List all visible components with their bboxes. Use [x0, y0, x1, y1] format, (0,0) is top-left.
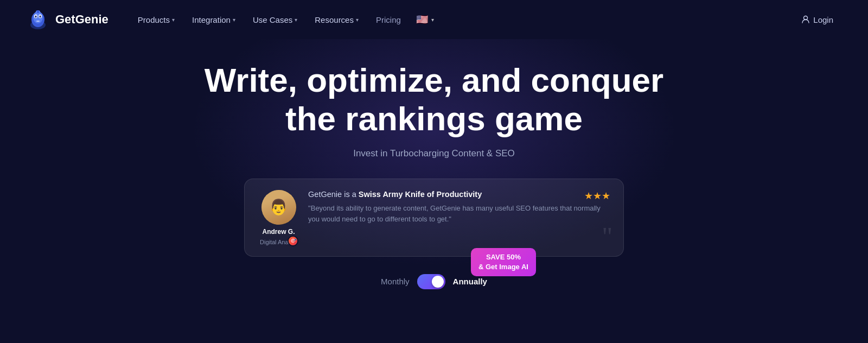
avatar: 👨	[261, 190, 296, 225]
language-chevron-icon: ▾	[431, 17, 434, 23]
usecases-chevron-icon: ▾	[295, 17, 297, 23]
nav-item-resources[interactable]: Resources ▾	[307, 11, 366, 29]
testimonial-card: 👨 🎯 Andrew G. Digital Analyst GetGenie i…	[244, 179, 624, 257]
svg-rect-9	[37, 10, 39, 13]
save-badge: SAVE 50% & Get Image AI	[471, 248, 536, 276]
logo-text: GetGenie	[55, 12, 108, 27]
nav-item-pricing[interactable]: Pricing	[368, 11, 409, 29]
save-badge-line1: SAVE 50%	[478, 252, 528, 262]
testimonial-body: GetGenie is a Swiss Army Knife of Produc…	[308, 190, 608, 225]
integration-chevron-icon: ▾	[233, 17, 235, 23]
testimonial-text: "Beyond its ability to generate content,…	[308, 203, 608, 225]
svg-point-5	[35, 16, 37, 18]
nav-item-products[interactable]: Products ▾	[130, 11, 182, 29]
nav-links: Products ▾ Integration ▾ Use Cases ▾ Res…	[130, 10, 793, 29]
toggle-row: Monthly Annually	[381, 274, 487, 289]
avatar-face: 👨	[261, 190, 296, 225]
billing-toggle[interactable]	[417, 274, 445, 289]
verified-badge: 🎯	[288, 236, 298, 246]
svg-rect-7	[36, 21, 40, 22]
nav-language-selector[interactable]: 🇺🇸 ▾	[411, 10, 439, 29]
nav-item-integration[interactable]: Integration ▾	[184, 11, 243, 29]
author-name: Andrew G.	[263, 228, 295, 236]
nav-resources-label: Resources	[315, 15, 354, 24]
hero-title-line2: the rankings game	[285, 100, 583, 137]
hero-title-line1: Write, optimize, and conquer	[205, 61, 663, 99]
nav-products-label: Products	[138, 15, 170, 24]
testimonial-headline: GetGenie is a Swiss Army Knife of Produc…	[308, 190, 608, 199]
flag-icon: 🇺🇸	[416, 14, 428, 26]
nav-integration-label: Integration	[192, 15, 231, 24]
user-icon	[801, 15, 810, 24]
hero-section: Write, optimize, and conquer the ranking…	[0, 39, 868, 289]
hero-title: Write, optimize, and conquer the ranking…	[205, 61, 663, 138]
logo-icon	[26, 8, 50, 31]
monthly-label: Monthly	[381, 277, 410, 286]
nav-pricing-label: Pricing	[376, 15, 401, 24]
avatar-wrap: 👨 🎯 Andrew G. Digital Analyst	[260, 190, 297, 245]
headline-prefix: GetGenie is a	[308, 190, 359, 199]
save-badge-line2: & Get Image AI	[478, 262, 528, 272]
star-rating: ★★★	[584, 190, 610, 202]
billing-toggle-section: SAVE 50% & Get Image AI Monthly Annually	[381, 274, 487, 289]
svg-point-6	[40, 16, 41, 18]
nav-item-usecases[interactable]: Use Cases ▾	[245, 11, 305, 29]
hero-subtitle: Invest in Turbocharging Content & SEO	[353, 148, 515, 159]
login-button[interactable]: Login	[793, 11, 842, 29]
quote-decoration: "	[602, 224, 612, 250]
login-label: Login	[813, 15, 833, 24]
toggle-knob	[432, 276, 444, 288]
headline-bold: Swiss Army Knife of Productivity	[359, 190, 482, 199]
products-chevron-icon: ▾	[172, 17, 175, 23]
nav-usecases-label: Use Cases	[253, 15, 292, 24]
logo[interactable]: GetGenie	[26, 8, 108, 31]
annually-label: Annually	[453, 277, 487, 286]
resources-chevron-icon: ▾	[356, 17, 359, 23]
nav-right: Login	[793, 11, 842, 29]
